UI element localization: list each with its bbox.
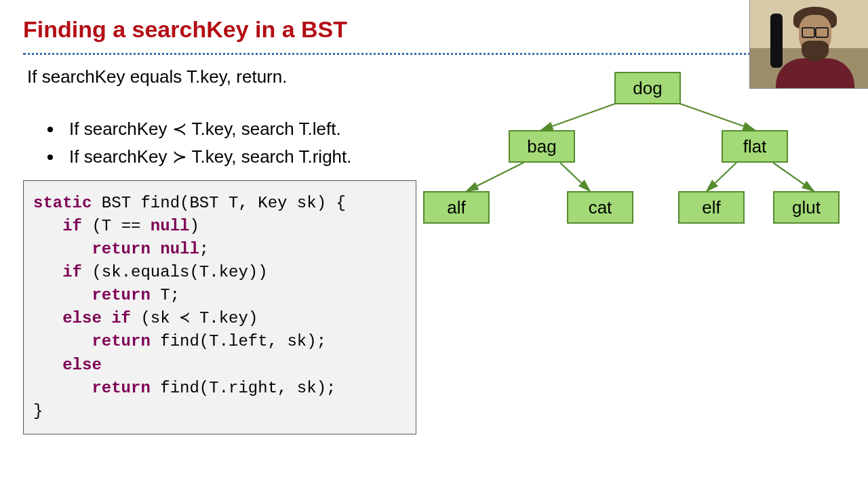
keyword: else <box>33 356 102 374</box>
keyword: if <box>33 217 82 235</box>
bullet-item: If searchKey ≻ T.key, search T.right. <box>47 143 352 171</box>
chair-shape <box>770 14 783 68</box>
tree-node: bag <box>509 130 575 163</box>
code-text: (T == <box>82 217 151 235</box>
glasses-icon <box>802 27 829 35</box>
tree-node: elf <box>678 191 745 224</box>
tree-node: alf <box>423 191 490 224</box>
intro-text: If searchKey equals T.key, return. <box>27 66 287 87</box>
keyword: return <box>33 379 151 397</box>
keyword: return <box>33 286 151 304</box>
code-text: T; <box>151 286 180 304</box>
bullet-text: If searchKey <box>69 146 172 167</box>
bullet-icon <box>47 127 53 132</box>
tree-node: glut <box>773 191 840 224</box>
title-divider <box>23 53 845 55</box>
person-beard <box>802 41 829 61</box>
code-text: ) <box>189 217 199 235</box>
code-text: (sk ≺ T.key) <box>131 309 258 327</box>
code-block: static BST find(BST T, Key sk) { if (T =… <box>23 180 416 434</box>
svg-line-0 <box>541 103 617 130</box>
bullet-item: If searchKey ≺ T.key, search T.left. <box>47 115 352 143</box>
bullet-text: T.key, search T.left. <box>187 119 341 139</box>
svg-line-3 <box>560 163 590 191</box>
webcam-thumbnail <box>749 0 868 89</box>
bullet-icon <box>47 155 53 160</box>
person-body <box>776 58 854 89</box>
code-text: ; <box>199 240 209 258</box>
code-text <box>151 240 160 258</box>
keyword: return <box>33 332 151 350</box>
tree-node-root: dog <box>614 72 681 104</box>
keyword: else if <box>33 309 131 327</box>
bullet-list: If searchKey ≺ T.key, search T.left. If … <box>47 115 352 171</box>
keyword: return <box>33 240 151 258</box>
svg-line-4 <box>707 163 736 191</box>
bst-diagram: dog bag flat alf cat elf glut <box>393 62 854 239</box>
greater-than-symbol: ≻ <box>172 147 187 167</box>
bullet-text: If searchKey <box>69 119 172 139</box>
tree-node: cat <box>567 191 633 224</box>
less-than-symbol: ≺ <box>172 119 187 139</box>
svg-line-2 <box>467 163 524 191</box>
svg-line-1 <box>678 103 755 130</box>
code-text: BST find(BST T, Key sk) { <box>92 194 345 212</box>
keyword: static <box>33 194 92 212</box>
bullet-text: T.key, search T.right. <box>187 146 352 167</box>
keyword: null <box>160 240 199 258</box>
code-text: find(T.right, sk); <box>151 379 336 397</box>
svg-line-5 <box>773 163 814 191</box>
slide-title: Finding a searchKey in a BST <box>23 16 347 43</box>
code-text: (sk.equals(T.key)) <box>82 263 268 281</box>
keyword: null <box>151 217 190 235</box>
keyword: if <box>33 263 82 281</box>
tree-node: flat <box>722 130 788 163</box>
code-text: find(T.left, sk); <box>151 332 326 350</box>
code-text: } <box>33 402 43 420</box>
